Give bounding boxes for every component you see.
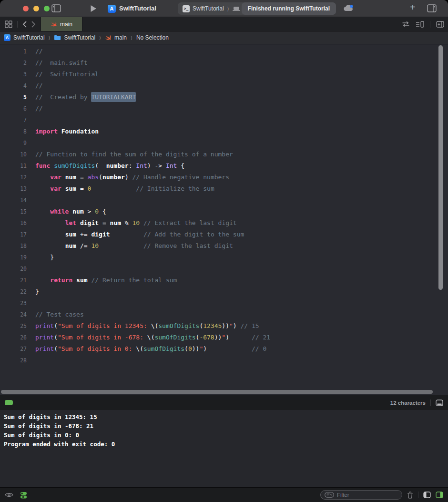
line-number[interactable]: 15 (0, 206, 27, 217)
line-number[interactable]: 1 (0, 46, 27, 57)
console-line: Sum of digits in 0: 0 (4, 430, 444, 440)
editor-options-button[interactable] (416, 21, 424, 28)
breadcrumb-project[interactable]: A SwiftTutorial (4, 34, 45, 41)
code-line[interactable]: 5// Created by TUTORIALKART (0, 92, 448, 103)
line-number[interactable]: 17 (0, 229, 27, 240)
close-window-button[interactable] (23, 6, 29, 11)
go-forward-button[interactable] (31, 21, 36, 28)
add-button[interactable]: + (410, 2, 416, 13)
code-line[interactable]: 24// Test cases (0, 309, 448, 320)
scheme-name[interactable]: SwiftTutorial (193, 5, 224, 12)
toggle-console-button[interactable] (436, 400, 443, 406)
code-line[interactable]: 10// Function to find the sum of the dig… (0, 149, 448, 160)
code-token: ) (233, 322, 241, 329)
line-number[interactable]: 19 (0, 252, 27, 263)
code-line[interactable]: 3// SwiftTutorial (0, 69, 448, 80)
line-number[interactable]: 3 (0, 69, 27, 80)
line-number[interactable]: 18 (0, 240, 27, 252)
breadcrumb-file[interactable]: main (105, 34, 127, 41)
code-line[interactable]: 19 } (0, 252, 448, 263)
line-number[interactable]: 7 (0, 114, 27, 126)
line-number[interactable]: 24 (0, 309, 27, 320)
line-number[interactable]: 20 (0, 263, 27, 275)
line-number[interactable]: 2 (0, 57, 27, 69)
code-token: digit (91, 231, 110, 238)
code-line[interactable]: 14 (0, 195, 448, 206)
code-line[interactable]: 27print("Sum of digits in 0: \(sumOfDigi… (0, 343, 448, 355)
line-number[interactable]: 22 (0, 286, 27, 297)
code-token: return (50, 277, 72, 284)
line-number[interactable]: 12 (0, 172, 27, 183)
code-token: // Handle negative numbers (132, 174, 230, 181)
code-line[interactable]: 21 return sum // Return the total sum (0, 275, 448, 286)
activity-status[interactable]: Finished running SwiftTutorial (242, 2, 336, 15)
toggle-navigator-button[interactable] (51, 4, 61, 12)
code-line[interactable]: 12 var num = abs(number) // Handle negat… (0, 172, 448, 183)
code-line[interactable]: 2// main.swift (0, 57, 448, 69)
code-line[interactable]: 17 sum += digit // Add the digit to the … (0, 229, 448, 240)
code-line[interactable]: 20 (0, 263, 448, 275)
horizontal-scrollbar[interactable] (1, 390, 433, 394)
line-number[interactable]: 28 (0, 355, 27, 366)
code-token: } (35, 254, 54, 261)
code-token (35, 242, 65, 249)
minimize-window-button[interactable] (33, 6, 39, 11)
run-button[interactable] (90, 5, 97, 12)
zoom-window-button[interactable] (44, 6, 50, 11)
code-line[interactable]: 15 while num > 0 { (0, 206, 448, 217)
code-line[interactable]: 28 (0, 355, 448, 366)
line-number[interactable]: 25 (0, 320, 27, 332)
line-number[interactable]: 27 (0, 343, 27, 355)
line-number[interactable]: 5 (0, 92, 27, 103)
breadcrumb-selection[interactable]: No Selection (136, 34, 169, 41)
code-line[interactable]: 1// (0, 46, 448, 57)
code-line[interactable]: 6// (0, 103, 448, 114)
line-number[interactable]: 4 (0, 80, 27, 92)
clear-console-button[interactable] (407, 492, 413, 499)
line-number[interactable]: 6 (0, 103, 27, 114)
line-number[interactable]: 13 (0, 183, 27, 195)
code-line[interactable]: 22} (0, 286, 448, 297)
code-line[interactable]: 13 var sum = 0 // Initialize the sum (0, 183, 448, 195)
line-number[interactable]: 9 (0, 137, 27, 149)
code-line[interactable]: 23 (0, 297, 448, 309)
cloud-status-button[interactable] (343, 4, 354, 12)
code-line[interactable]: 4// (0, 80, 448, 92)
code-line[interactable]: 9 (0, 137, 448, 149)
go-back-button[interactable] (22, 21, 27, 28)
environment-overrides-button[interactable] (20, 491, 27, 499)
line-number[interactable]: 8 (0, 126, 27, 137)
code-line[interactable]: 25print("Sum of digits in 12345: \(sumOf… (0, 320, 448, 332)
console-filter-field[interactable] (320, 490, 402, 500)
tab-main[interactable]: main (41, 17, 82, 31)
filter-icon (325, 492, 334, 498)
line-number[interactable]: 14 (0, 195, 27, 206)
code-line[interactable]: 26print("Sum of digits in -678: \(sumOfD… (0, 332, 448, 343)
code-line[interactable]: 7 (0, 114, 448, 126)
show-variables-view-button[interactable] (423, 492, 431, 498)
swap-editors-button[interactable] (402, 21, 410, 27)
console-output[interactable]: Sum of digits in 12345: 15Sum of digits … (0, 410, 448, 487)
line-number[interactable]: 26 (0, 332, 27, 343)
breadcrumb-group[interactable]: SwiftTutorial (54, 34, 95, 41)
line-number[interactable]: 10 (0, 149, 27, 160)
quick-look-button[interactable] (5, 492, 13, 498)
source-editor[interactable]: 1//2// main.swift3// SwiftTutorial4//5//… (0, 44, 448, 395)
line-number[interactable]: 23 (0, 297, 27, 309)
editor-grid-button[interactable] (5, 20, 12, 28)
show-console-view-button[interactable] (436, 492, 443, 498)
toggle-inspector-button[interactable] (427, 4, 437, 12)
vertical-scrollbar[interactable] (438, 45, 443, 290)
code-line[interactable]: 18 num /= 10 // Remove the last digit (0, 240, 448, 252)
line-number[interactable]: 11 (0, 160, 27, 172)
scheme-selector[interactable]: >_ SwiftTutorial ⟩ My Mac Finished runni… (178, 2, 336, 15)
line-number[interactable]: 21 (0, 275, 27, 286)
add-editor-button[interactable] (436, 21, 444, 28)
code-line[interactable]: 11func sumOfDigits(_ number: Int) -> Int… (0, 160, 448, 172)
code-line[interactable]: 8import Foundation (0, 126, 448, 137)
code-token (110, 231, 143, 238)
code-line[interactable]: 16 let digit = num % 10 // Extract the l… (0, 217, 448, 229)
code-token: } (35, 288, 39, 295)
filter-input[interactable] (337, 492, 389, 498)
line-number[interactable]: 16 (0, 217, 27, 229)
